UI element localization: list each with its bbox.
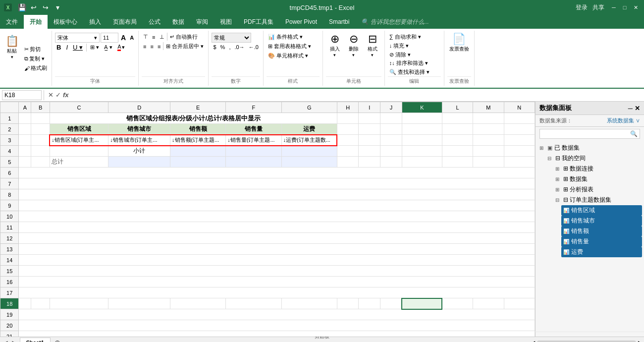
cell-n2[interactable] xyxy=(504,124,535,135)
cell-g3[interactable]: ↓运费(订单主题数... xyxy=(281,135,337,146)
cell-k3[interactable] xyxy=(402,135,442,146)
align-left-button[interactable]: ≡ xyxy=(142,42,148,51)
tab-view[interactable]: 视图 xyxy=(214,15,238,29)
panel-pin-button[interactable]: ─ xyxy=(628,105,633,112)
cell-f18[interactable] xyxy=(226,298,281,309)
cell-j1[interactable] xyxy=(380,113,402,124)
insert-button[interactable]: ⊕ 插入 ▾ xyxy=(326,33,344,58)
find-select-button[interactable]: 🔍 查找和选择 ▾ xyxy=(388,68,441,76)
tree-item-datasets2[interactable]: ⊞ ⊞ 数据集 xyxy=(553,174,642,184)
col-header-i[interactable]: I xyxy=(359,102,380,113)
col-header-c[interactable]: C xyxy=(50,102,108,113)
cell-d18[interactable] xyxy=(108,298,170,309)
row-header-17[interactable]: 17 xyxy=(0,287,19,298)
percent-button[interactable]: % xyxy=(219,44,227,51)
format-painter-button[interactable]: 🖌 格式刷 xyxy=(23,64,49,72)
cell-f2[interactable]: 销售量 xyxy=(226,124,281,135)
align-bottom-button[interactable]: ⊥ xyxy=(158,33,166,41)
row-header-11[interactable]: 11 xyxy=(0,222,19,233)
cell-b2[interactable] xyxy=(31,124,50,135)
fill-color-button[interactable]: A̲ ▾ xyxy=(103,44,114,51)
cell-k2[interactable] xyxy=(402,124,442,135)
tree-item-sales-quantity[interactable]: 📊 销售量 xyxy=(561,236,642,247)
close-button[interactable]: ✕ xyxy=(631,3,640,12)
cell-f5[interactable] xyxy=(226,157,281,168)
tab-powerpivot[interactable]: Power Pivot xyxy=(279,15,323,29)
row-header-10[interactable]: 10 xyxy=(0,211,19,222)
comma-button[interactable]: , xyxy=(227,44,232,51)
cell-n1[interactable] xyxy=(504,113,535,124)
align-middle-button[interactable]: ≡ xyxy=(151,33,157,41)
cell-d4[interactable]: 小计 xyxy=(108,146,170,157)
row-header-19[interactable]: 19 xyxy=(0,309,19,320)
panel-close-button[interactable]: ✕ xyxy=(635,105,640,112)
cell-f3[interactable]: ↓销售量(订单主题... xyxy=(226,135,281,146)
col-header-m[interactable]: M xyxy=(473,102,504,113)
row-header-12[interactable]: 12 xyxy=(0,233,19,244)
cell-k5[interactable] xyxy=(402,157,442,168)
font-color-button[interactable]: A ▾ xyxy=(116,43,126,52)
currency-button[interactable]: $ xyxy=(212,44,217,51)
cell-b3[interactable] xyxy=(31,135,50,146)
cell-n5[interactable] xyxy=(504,157,535,168)
maximize-button[interactable]: □ xyxy=(620,3,629,12)
cell-e4[interactable] xyxy=(170,146,226,157)
cell-b4[interactable] xyxy=(31,146,50,157)
row-header-15[interactable]: 15 xyxy=(0,266,19,277)
cell-m5[interactable] xyxy=(473,157,504,168)
cell-l3[interactable] xyxy=(442,135,473,146)
col-header-a[interactable]: A xyxy=(19,102,31,113)
row-header-6[interactable]: 6 xyxy=(0,168,19,178)
tree-item-order-dataset[interactable]: ⊟ ⊟ 订单主题数据集 xyxy=(553,195,642,205)
merge-center-button[interactable]: ⊞ 合并后居中 ▾ xyxy=(164,42,205,51)
cell-j3[interactable] xyxy=(380,135,402,146)
cell-i2[interactable] xyxy=(359,124,380,135)
col-header-e[interactable]: E xyxy=(170,102,226,113)
confirm-formula-button[interactable]: ✓ xyxy=(55,91,61,99)
paste-dropdown[interactable]: ▾ xyxy=(11,55,13,59)
cell-g5[interactable] xyxy=(281,157,337,168)
border-button[interactable]: ⊞ ▾ xyxy=(89,44,101,51)
tab-layout[interactable]: 页面布局 xyxy=(107,15,143,29)
col-header-j[interactable]: J xyxy=(380,102,402,113)
cell-j4[interactable] xyxy=(380,146,402,157)
share-button[interactable]: 共享 xyxy=(592,3,604,12)
cell-c1[interactable]: 销售区域分组报表/分级小计/总计/表格居中显示 xyxy=(50,113,337,124)
cell-k4[interactable] xyxy=(402,146,442,157)
cell-g2[interactable]: 运费 xyxy=(281,124,337,135)
cell-a3[interactable] xyxy=(19,135,31,146)
cell-c3[interactable]: ↓销售区域(订单主... xyxy=(50,135,108,146)
tab-file[interactable]: 文件 xyxy=(0,15,24,29)
row-header-14[interactable]: 14 xyxy=(0,255,19,266)
tab-home[interactable]: 开始 xyxy=(24,15,48,29)
row-header-16[interactable]: 16 xyxy=(0,277,19,287)
save-button[interactable]: 💾 xyxy=(17,2,27,12)
formula-input[interactable] xyxy=(71,90,642,100)
cell-e18[interactable] xyxy=(170,298,226,309)
cell-j2[interactable] xyxy=(380,124,402,135)
row-header-7[interactable]: 7 xyxy=(0,178,19,189)
cell-m1[interactable] xyxy=(473,113,504,124)
cell-d2[interactable]: 销售城市 xyxy=(108,124,170,135)
cut-button[interactable]: ✂ 剪切 xyxy=(23,45,49,54)
font-name-select[interactable]: 宋体 ▾ xyxy=(55,33,100,43)
conditional-format-button[interactable]: 📊 条件格式 ▾ xyxy=(267,33,304,41)
col-header-h[interactable]: H xyxy=(337,102,359,113)
wrap-text-button[interactable]: ↵ 自动换行 xyxy=(168,33,199,41)
cell-i3[interactable] xyxy=(359,135,380,146)
col-header-n[interactable]: N xyxy=(504,102,535,113)
minimize-button[interactable]: ─ xyxy=(609,3,618,12)
cell-h1[interactable] xyxy=(337,113,359,124)
panel-search-input[interactable] xyxy=(540,129,628,138)
cell-c2[interactable]: 销售区域 xyxy=(50,124,108,135)
font-size-input[interactable]: 11 xyxy=(101,33,118,43)
cell-l5[interactable] xyxy=(442,157,473,168)
tab-review[interactable]: 审阅 xyxy=(190,15,214,29)
cell-n18[interactable] xyxy=(504,298,535,309)
tab-template[interactable]: 模板中心 xyxy=(48,15,83,29)
cell-j5[interactable] xyxy=(380,157,402,168)
cell-a5[interactable] xyxy=(19,157,31,168)
redo-button[interactable]: ↪ xyxy=(41,2,51,12)
cell-k18[interactable] xyxy=(402,298,442,309)
row-header-2[interactable]: 2 xyxy=(0,124,19,135)
